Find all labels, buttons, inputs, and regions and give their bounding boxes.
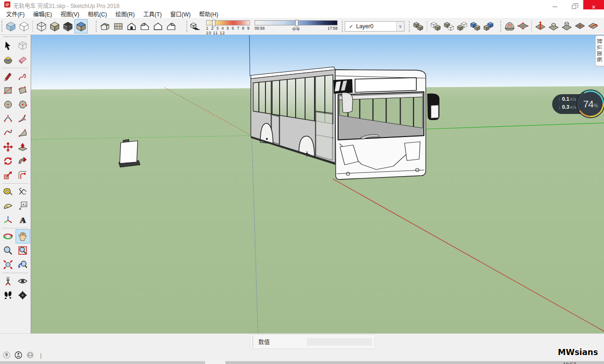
from-contours-button[interactable] — [503, 19, 516, 33]
stamp-button[interactable] — [547, 19, 560, 33]
split-button[interactable] — [482, 19, 495, 33]
xray-mode-button[interactable] — [4, 19, 17, 33]
circle-tool[interactable] — [1, 97, 16, 112]
toolbar-separator — [33, 20, 33, 32]
date-slider-track[interactable] — [206, 20, 250, 25]
wireframe-button[interactable] — [35, 19, 48, 33]
main-toolbar: 1 2 3 4 5 6 7 8 9 10 11 12 06:58 中午 17:5… — [0, 18, 604, 35]
add-detail-button[interactable] — [573, 19, 587, 33]
pan-tool[interactable] — [16, 229, 30, 243]
toolbar-grip[interactable] — [186, 21, 188, 32]
view-back-button[interactable] — [151, 19, 165, 33]
smoove-button[interactable] — [534, 19, 547, 33]
view-left-button[interactable] — [165, 19, 178, 33]
shaded-with-textures-button[interactable] — [74, 19, 88, 33]
flip-edge-button[interactable] — [587, 19, 600, 33]
push-pull-tool[interactable] — [16, 140, 30, 154]
menu-help[interactable]: 帮助(H) — [195, 9, 223, 18]
look-around-tool[interactable] — [16, 274, 30, 288]
menu-window[interactable]: 窗口(W) — [166, 9, 195, 18]
measurements-grip[interactable] — [252, 337, 254, 347]
paint-bucket-tool[interactable] — [1, 53, 16, 67]
viewport-canvas[interactable] — [31, 35, 604, 333]
tape-measure-tool[interactable] — [1, 185, 16, 199]
taskbar-active-app[interactable] — [205, 361, 225, 364]
windows-taskbar[interactable]: 10:57 — [0, 361, 604, 364]
toolbar-grip[interactable] — [1, 21, 3, 32]
arc-tool[interactable] — [1, 112, 16, 126]
view-top-button[interactable] — [112, 19, 125, 33]
toolbar-grip[interactable] — [342, 21, 343, 32]
rectangle-tool[interactable] — [1, 83, 16, 97]
rotate-tool[interactable] — [1, 154, 16, 168]
line-tool[interactable] — [1, 69, 16, 83]
default-tray-tab[interactable]: 默认面板 — [595, 35, 604, 66]
small-box-component[interactable] — [119, 139, 140, 167]
freehand-tool[interactable] — [16, 69, 30, 83]
position-camera-tool[interactable] — [1, 274, 16, 288]
dimension-tool[interactable] — [16, 185, 30, 199]
move-tool[interactable] — [1, 140, 16, 154]
layer-dropdown[interactable]: ✓ Layer0 ∨ — [345, 21, 405, 32]
shaded-button[interactable] — [48, 19, 61, 33]
zoom-extents-tool[interactable] — [1, 258, 16, 272]
time-slider-thumb[interactable] — [295, 20, 298, 26]
view-right-button[interactable] — [138, 19, 151, 33]
follow-me-tool[interactable] — [16, 154, 30, 168]
menu-file[interactable]: 文件(F) — [2, 9, 29, 18]
menu-tools[interactable]: 工具(T) — [139, 9, 166, 18]
make-component-tool[interactable] — [16, 39, 30, 53]
trim-button[interactable] — [469, 19, 482, 33]
union-button[interactable] — [442, 19, 455, 33]
zoom-window-tool[interactable] — [16, 243, 30, 258]
time-slider-track[interactable] — [255, 20, 338, 25]
orbit-tool[interactable] — [1, 229, 16, 243]
outer-shell-button[interactable] — [412, 19, 425, 33]
shadow-date-slider[interactable]: 1 2 3 4 5 6 7 8 9 10 11 12 — [206, 20, 250, 32]
toolbar-grip[interactable] — [409, 21, 410, 32]
shadows-toggle-button[interactable] — [189, 19, 202, 33]
3d-text-tool[interactable]: AA — [16, 213, 30, 227]
menu-draw[interactable]: 绘图(R) — [111, 9, 139, 18]
sign-in-icon[interactable] — [26, 351, 34, 359]
rotated-rectangle-tool[interactable] — [16, 83, 30, 97]
battery-gauge[interactable]: 74 % — [577, 90, 604, 117]
menu-view[interactable]: 视图(V) — [56, 9, 83, 18]
text-tool[interactable]: A1 — [16, 199, 30, 213]
drape-button[interactable] — [560, 19, 573, 33]
toolbar-grip[interactable] — [96, 21, 97, 32]
zoom-tool[interactable] — [1, 243, 16, 258]
subtract-button[interactable] — [455, 19, 469, 33]
measurements-input[interactable] — [307, 338, 372, 346]
monochrome-button[interactable] — [61, 19, 74, 33]
view-front-button[interactable] — [125, 19, 138, 33]
pie-tool[interactable] — [16, 126, 30, 140]
intersect-button[interactable] — [429, 19, 442, 33]
axes-tool[interactable] — [1, 213, 16, 227]
back-edges-button[interactable] — [17, 19, 31, 33]
geolocation-icon[interactable] — [3, 351, 10, 359]
two-point-arc-tool[interactable] — [16, 112, 30, 126]
freehand-icon — [17, 71, 28, 81]
protractor-tool[interactable] — [1, 199, 16, 213]
toolbar-grip[interactable] — [500, 21, 502, 32]
three-point-arc-tool[interactable] — [1, 126, 16, 140]
select-tool[interactable] — [1, 39, 16, 53]
section-plane-tool[interactable] — [16, 288, 30, 302]
menu-edit[interactable]: 编辑(E) — [29, 9, 56, 18]
date-slider-thumb[interactable] — [212, 20, 215, 26]
palette-grip[interactable] — [4, 36, 27, 38]
view-iso-button[interactable] — [99, 19, 112, 33]
offset-tool[interactable] — [16, 168, 30, 182]
chevron-down-icon[interactable]: ∨ — [396, 22, 404, 31]
shadow-time-slider[interactable]: 06:58 中午 17:58 — [255, 20, 338, 32]
eraser-tool[interactable] — [16, 53, 30, 67]
menu-camera[interactable]: 相机(C) — [83, 9, 111, 18]
polygon-tool[interactable] — [16, 97, 30, 112]
previous-view-tool[interactable] — [16, 258, 30, 272]
walk-tool[interactable] — [1, 288, 16, 302]
scale-tool[interactable] — [1, 168, 16, 182]
credits-icon[interactable] — [15, 351, 22, 359]
model-viewport[interactable] — [31, 35, 604, 333]
from-scratch-button[interactable] — [516, 19, 530, 33]
